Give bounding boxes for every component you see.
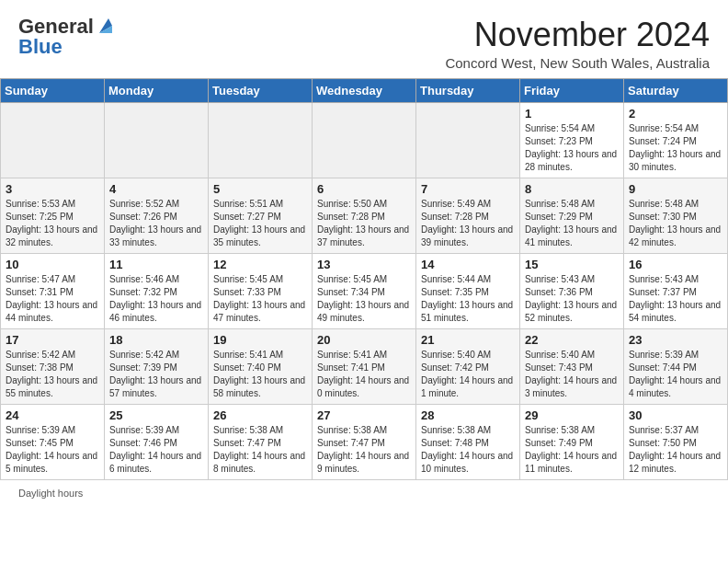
calendar-cell xyxy=(313,102,416,178)
day-number: 5 xyxy=(213,182,307,196)
logo-icon xyxy=(96,17,116,37)
calendar-cell: 21Sunrise: 5:40 AM Sunset: 7:42 PM Dayli… xyxy=(416,328,520,404)
calendar-day-header: Sunday xyxy=(1,78,105,102)
daylight-label: Daylight hours xyxy=(18,488,83,499)
day-number: 24 xyxy=(6,408,99,422)
calendar-day-header: Tuesday xyxy=(209,78,313,102)
day-info: Sunrise: 5:42 AM Sunset: 7:39 PM Dayligh… xyxy=(109,349,203,400)
day-info: Sunrise: 5:38 AM Sunset: 7:49 PM Dayligh… xyxy=(525,424,619,476)
calendar-cell: 29Sunrise: 5:38 AM Sunset: 7:49 PM Dayli… xyxy=(520,404,624,479)
calendar-cell: 25Sunrise: 5:39 AM Sunset: 7:46 PM Dayli… xyxy=(105,404,209,479)
day-info: Sunrise: 5:38 AM Sunset: 7:47 PM Dayligh… xyxy=(317,424,411,476)
calendar-cell: 17Sunrise: 5:42 AM Sunset: 7:38 PM Dayli… xyxy=(1,328,105,404)
day-number: 16 xyxy=(629,258,722,271)
day-number: 22 xyxy=(525,333,619,347)
day-number: 15 xyxy=(525,258,619,271)
day-info: Sunrise: 5:41 AM Sunset: 7:41 PM Dayligh… xyxy=(317,349,411,400)
day-info: Sunrise: 5:53 AM Sunset: 7:25 PM Dayligh… xyxy=(6,198,99,249)
calendar-week-row: 17Sunrise: 5:42 AM Sunset: 7:38 PM Dayli… xyxy=(1,328,728,404)
day-info: Sunrise: 5:54 AM Sunset: 7:24 PM Dayligh… xyxy=(629,122,722,174)
day-number: 21 xyxy=(421,333,515,347)
calendar-cell: 30Sunrise: 5:37 AM Sunset: 7:50 PM Dayli… xyxy=(624,404,728,479)
day-number: 11 xyxy=(109,258,203,271)
calendar-cell: 11Sunrise: 5:46 AM Sunset: 7:32 PM Dayli… xyxy=(105,253,209,328)
calendar-cell: 27Sunrise: 5:38 AM Sunset: 7:47 PM Dayli… xyxy=(313,404,416,479)
day-number: 19 xyxy=(213,333,307,347)
calendar-cell: 14Sunrise: 5:44 AM Sunset: 7:35 PM Dayli… xyxy=(416,253,520,328)
day-info: Sunrise: 5:47 AM Sunset: 7:31 PM Dayligh… xyxy=(6,273,99,325)
logo-blue-text: Blue xyxy=(18,35,63,59)
day-number: 13 xyxy=(317,258,411,271)
calendar-cell: 4Sunrise: 5:52 AM Sunset: 7:26 PM Daylig… xyxy=(105,178,209,253)
calendar-cell: 10Sunrise: 5:47 AM Sunset: 7:31 PM Dayli… xyxy=(1,253,105,328)
day-info: Sunrise: 5:39 AM Sunset: 7:46 PM Dayligh… xyxy=(109,424,203,476)
day-info: Sunrise: 5:49 AM Sunset: 7:28 PM Dayligh… xyxy=(421,198,515,249)
day-number: 23 xyxy=(629,333,722,347)
day-info: Sunrise: 5:43 AM Sunset: 7:36 PM Dayligh… xyxy=(525,273,619,325)
day-info: Sunrise: 5:41 AM Sunset: 7:40 PM Dayligh… xyxy=(213,349,307,400)
calendar-cell: 9Sunrise: 5:48 AM Sunset: 7:30 PM Daylig… xyxy=(624,178,728,253)
calendar-cell: 12Sunrise: 5:45 AM Sunset: 7:33 PM Dayli… xyxy=(209,253,313,328)
calendar-cell: 18Sunrise: 5:42 AM Sunset: 7:39 PM Dayli… xyxy=(105,328,209,404)
calendar-cell: 24Sunrise: 5:39 AM Sunset: 7:45 PM Dayli… xyxy=(1,404,105,479)
day-info: Sunrise: 5:48 AM Sunset: 7:29 PM Dayligh… xyxy=(525,198,619,249)
day-number: 27 xyxy=(317,408,411,422)
calendar-header-row: SundayMondayTuesdayWednesdayThursdayFrid… xyxy=(1,78,728,102)
day-info: Sunrise: 5:42 AM Sunset: 7:38 PM Dayligh… xyxy=(6,349,99,400)
day-number: 12 xyxy=(213,258,307,271)
day-number: 6 xyxy=(317,182,411,196)
day-number: 17 xyxy=(6,333,99,347)
day-info: Sunrise: 5:39 AM Sunset: 7:45 PM Dayligh… xyxy=(6,424,99,476)
calendar-cell: 5Sunrise: 5:51 AM Sunset: 7:27 PM Daylig… xyxy=(209,178,313,253)
day-number: 2 xyxy=(629,107,722,121)
title-section: November 2024 Concord West, New South Wa… xyxy=(445,17,710,71)
footer: Daylight hours xyxy=(0,480,728,502)
day-info: Sunrise: 5:51 AM Sunset: 7:27 PM Dayligh… xyxy=(213,198,307,249)
calendar-week-row: 3Sunrise: 5:53 AM Sunset: 7:25 PM Daylig… xyxy=(1,178,728,253)
day-number: 8 xyxy=(525,182,619,196)
day-number: 25 xyxy=(109,408,203,422)
calendar-cell: 20Sunrise: 5:41 AM Sunset: 7:41 PM Dayli… xyxy=(313,328,416,404)
day-number: 4 xyxy=(109,182,203,196)
day-number: 7 xyxy=(421,182,515,196)
calendar-cell xyxy=(105,102,209,178)
day-info: Sunrise: 5:40 AM Sunset: 7:42 PM Dayligh… xyxy=(421,349,515,400)
calendar-cell: 2Sunrise: 5:54 AM Sunset: 7:24 PM Daylig… xyxy=(624,102,728,178)
day-info: Sunrise: 5:54 AM Sunset: 7:23 PM Dayligh… xyxy=(525,122,619,174)
day-number: 26 xyxy=(213,408,307,422)
day-number: 14 xyxy=(421,258,515,271)
day-info: Sunrise: 5:43 AM Sunset: 7:37 PM Dayligh… xyxy=(629,273,722,325)
calendar-cell: 28Sunrise: 5:38 AM Sunset: 7:48 PM Dayli… xyxy=(416,404,520,479)
calendar-cell: 13Sunrise: 5:45 AM Sunset: 7:34 PM Dayli… xyxy=(313,253,416,328)
calendar-week-row: 1Sunrise: 5:54 AM Sunset: 7:23 PM Daylig… xyxy=(1,102,728,178)
day-info: Sunrise: 5:39 AM Sunset: 7:44 PM Dayligh… xyxy=(629,349,722,400)
logo-general-text: General xyxy=(18,17,94,37)
calendar-cell: 23Sunrise: 5:39 AM Sunset: 7:44 PM Dayli… xyxy=(624,328,728,404)
calendar-week-row: 10Sunrise: 5:47 AM Sunset: 7:31 PM Dayli… xyxy=(1,253,728,328)
day-info: Sunrise: 5:44 AM Sunset: 7:35 PM Dayligh… xyxy=(421,273,515,325)
location-subtitle: Concord West, New South Wales, Australia xyxy=(445,55,710,71)
calendar-day-header: Friday xyxy=(520,78,624,102)
calendar-day-header: Saturday xyxy=(624,78,728,102)
month-title: November 2024 xyxy=(445,17,710,53)
calendar-cell xyxy=(1,102,105,178)
calendar-day-header: Monday xyxy=(105,78,209,102)
calendar-cell: 7Sunrise: 5:49 AM Sunset: 7:28 PM Daylig… xyxy=(416,178,520,253)
day-number: 3 xyxy=(6,182,99,196)
day-number: 29 xyxy=(525,408,619,422)
calendar-cell: 22Sunrise: 5:40 AM Sunset: 7:43 PM Dayli… xyxy=(520,328,624,404)
calendar-day-header: Wednesday xyxy=(313,78,416,102)
day-number: 9 xyxy=(629,182,722,196)
day-info: Sunrise: 5:52 AM Sunset: 7:26 PM Dayligh… xyxy=(109,198,203,249)
calendar-cell: 6Sunrise: 5:50 AM Sunset: 7:28 PM Daylig… xyxy=(313,178,416,253)
calendar-cell: 16Sunrise: 5:43 AM Sunset: 7:37 PM Dayli… xyxy=(624,253,728,328)
day-number: 18 xyxy=(109,333,203,347)
calendar-week-row: 24Sunrise: 5:39 AM Sunset: 7:45 PM Dayli… xyxy=(1,404,728,479)
day-info: Sunrise: 5:38 AM Sunset: 7:48 PM Dayligh… xyxy=(421,424,515,476)
day-info: Sunrise: 5:48 AM Sunset: 7:30 PM Dayligh… xyxy=(629,198,722,249)
calendar-day-header: Thursday xyxy=(416,78,520,102)
calendar-cell: 26Sunrise: 5:38 AM Sunset: 7:47 PM Dayli… xyxy=(209,404,313,479)
day-info: Sunrise: 5:45 AM Sunset: 7:33 PM Dayligh… xyxy=(213,273,307,325)
calendar-cell: 19Sunrise: 5:41 AM Sunset: 7:40 PM Dayli… xyxy=(209,328,313,404)
day-info: Sunrise: 5:46 AM Sunset: 7:32 PM Dayligh… xyxy=(109,273,203,325)
